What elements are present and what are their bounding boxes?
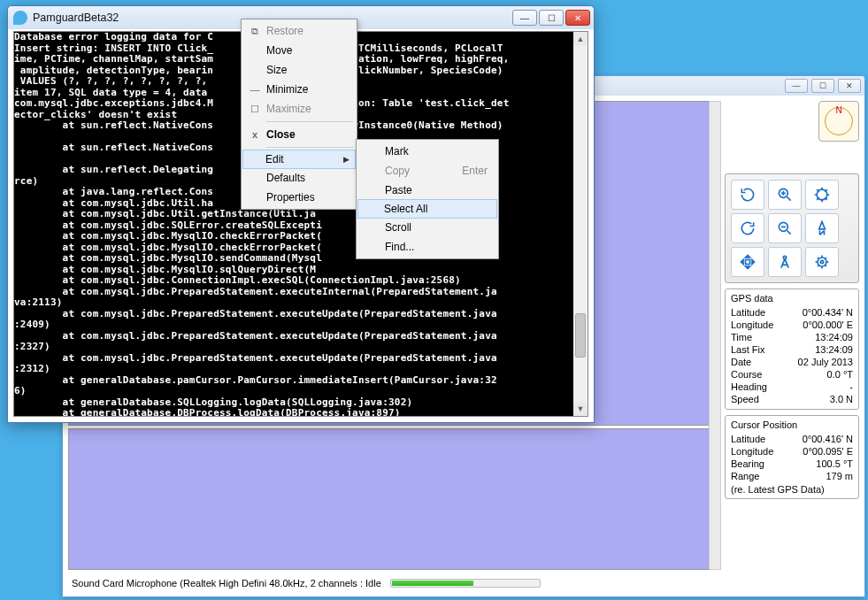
menu-maximize[interactable]: ☐Maximize (243, 99, 355, 119)
status-progress (390, 579, 541, 588)
submenu-copy[interactable]: CopyEnter (358, 161, 496, 181)
menu-defaults[interactable]: Defaults (243, 168, 355, 188)
menu-restore[interactable]: ⧉Restore (243, 21, 355, 41)
submenu-select-all[interactable]: Select All (357, 199, 497, 219)
map-toolbox (725, 173, 859, 283)
compass-tool-icon[interactable] (768, 247, 802, 277)
map-scrollbar[interactable] (709, 101, 721, 570)
svg-rect-3 (746, 260, 750, 265)
submenu-paste[interactable]: Paste (358, 181, 496, 200)
submenu-arrow-icon: ▶ (343, 155, 350, 164)
menu-move[interactable]: Move (243, 41, 355, 60)
console-maximize-button[interactable]: ☐ (539, 10, 564, 26)
wheel-icon[interactable] (805, 180, 839, 210)
table-row: Longitude0°00.095' E (731, 445, 853, 458)
minimize-button[interactable]: — (785, 79, 808, 93)
compass-north-label: N (835, 105, 841, 115)
table-row: Range179 m (731, 470, 853, 482)
console-close-button[interactable]: ✕ (565, 10, 590, 26)
table-row: Latitude0°00.416' N (731, 433, 853, 445)
zoom-out-icon[interactable] (768, 213, 802, 243)
scroll-up-icon[interactable]: ▲ (573, 32, 588, 46)
console-scrollbar[interactable]: ▲ ▼ (573, 32, 588, 416)
edit-submenu: Mark CopyEnter Paste Select All Scroll F… (356, 139, 499, 259)
compass-widget[interactable]: N (818, 101, 859, 142)
submenu-find[interactable]: Find... (358, 237, 496, 257)
accel-label: Enter (462, 165, 488, 177)
table-row: Heading- (731, 381, 853, 393)
table-row: Speed3.0 N (731, 393, 853, 405)
menu-properties[interactable]: Properties (243, 188, 355, 207)
ship-wheel-icon[interactable] (805, 247, 839, 277)
table-row: Latitude0°00.434' N (731, 306, 853, 319)
gps-data-panel: GPS data Latitude0°00.434' N Longitude0°… (725, 288, 859, 410)
submenu-scroll[interactable]: Scroll (358, 218, 496, 237)
restore-icon: ⧉ (249, 26, 261, 37)
cursor-position-panel: Cursor Position Latitude0°00.416' N Long… (725, 415, 859, 499)
close-icon: x (249, 129, 261, 140)
gps-panel-title: GPS data (731, 293, 853, 304)
scroll-down-icon[interactable]: ▼ (573, 402, 588, 416)
status-bar: Sound Card Microphone (Realtek High Defi… (72, 575, 856, 591)
pamguard-sidepanel: N GPS data Latitude0°00.434' N Longitude… (725, 101, 859, 570)
menu-size[interactable]: Size (243, 60, 355, 80)
console-minimize-button[interactable]: — (512, 10, 537, 26)
table-row: Date02 July 2013 (731, 356, 853, 368)
table-row: Time13:24:09 (731, 331, 853, 343)
rotate-ccw-icon[interactable] (731, 180, 764, 210)
map-canvas-bottom[interactable] (68, 428, 719, 570)
svg-point-6 (820, 260, 823, 263)
menu-separator (266, 121, 353, 122)
table-row: Course0.0 °T (731, 368, 853, 381)
menu-close[interactable]: xClose (243, 125, 355, 144)
maximize-button[interactable]: ☐ (811, 79, 834, 93)
menu-minimize[interactable]: —Minimize (243, 80, 355, 99)
status-text: Sound Card Microphone (Realtek High Defi… (72, 578, 381, 588)
cursor-panel-title: Cursor Position (731, 419, 853, 430)
minimize-icon: — (249, 84, 261, 95)
cursor-panel-note: (re. Latest GPS Data) (731, 484, 853, 495)
menu-separator (266, 147, 353, 148)
app-icon (13, 11, 27, 25)
close-button[interactable]: ✕ (838, 79, 861, 93)
north-icon[interactable] (805, 213, 839, 243)
pan-icon[interactable] (731, 247, 764, 277)
scrollbar-thumb[interactable] (575, 313, 586, 358)
table-row: Bearing100.5 °T (731, 458, 853, 470)
maximize-icon: ☐ (249, 104, 261, 115)
svg-point-4 (783, 256, 786, 258)
system-menu: ⧉Restore Move Size —Minimize ☐Maximize x… (241, 19, 357, 210)
table-row: Last Fix13:24:09 (731, 343, 853, 356)
rotate-cw-icon[interactable] (731, 213, 764, 243)
menu-edit[interactable]: Edit▶ (242, 150, 356, 169)
table-row: Longitude0°00.000' E (731, 319, 853, 331)
zoom-in-icon[interactable] (768, 180, 802, 210)
submenu-mark[interactable]: Mark (358, 142, 496, 161)
